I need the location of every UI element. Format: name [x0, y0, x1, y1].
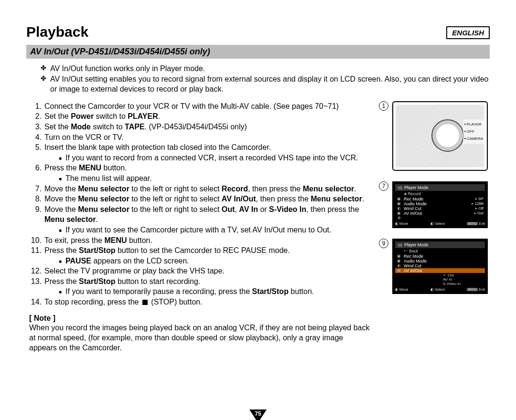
select-icon: ◐	[430, 287, 434, 292]
menu-item-label: Wind Cut	[404, 263, 484, 268]
square-bullet-icon: ■	[59, 258, 62, 269]
step-text: Press the Start/Stop button to start rec…	[44, 276, 370, 297]
note-heading: [ Note ]	[29, 313, 370, 324]
menu-item-value: SP	[474, 197, 484, 201]
step-num: 6.	[30, 163, 42, 183]
step-num: 14.	[30, 297, 42, 307]
step-num: 5.	[30, 142, 42, 163]
step-num: 9.	[30, 204, 42, 235]
step-num: 3.	[30, 122, 42, 132]
step-num: 10.	[30, 235, 42, 246]
menu-item-label: Audio Mode	[404, 201, 469, 206]
step-text: Press the MENU button. ■The menu list wi…	[44, 163, 370, 183]
note-body: When you record the images being played …	[29, 323, 370, 353]
figure-7: 7 📹Player Mode ►Record ▣Rec ModeSP ▣Audi…	[379, 181, 490, 228]
menu-item-value: Out	[473, 211, 484, 215]
bullet-icon: ✤	[41, 74, 46, 94]
bullet-icon: ✤	[41, 63, 46, 74]
menu-item-label: Rec Mode	[404, 254, 484, 259]
osd-footer: ◐Move ◐Select MENUExit	[395, 221, 485, 226]
menu-item-value: 12Bit	[471, 201, 484, 206]
step-text: Move the Menu selector to the left or ri…	[44, 184, 370, 194]
menu-key-icon: MENU	[467, 288, 478, 291]
step-text: Move the Menu selector to the left or ri…	[44, 204, 370, 235]
power-dial-icon	[431, 119, 464, 152]
square-bullet-icon: ■	[59, 289, 62, 299]
select-icon: ◐	[430, 221, 434, 226]
step-text: Move the Menu selector to the left or ri…	[44, 194, 370, 204]
camcorder-illustration: PLAYER OFF CAMERA	[392, 101, 488, 171]
menu-key-icon: MENU	[467, 222, 478, 225]
menu-option: AV In	[395, 277, 485, 282]
menu-item-icon: ◐	[397, 206, 401, 210]
step-text: To exit, press the MENU button.	[44, 235, 370, 246]
osd-footer: ◐Move ◐Select MENUExit	[395, 287, 485, 292]
power-switch-labels: PLAYER OFF CAMERA	[463, 119, 484, 144]
square-bullet-icon: ■	[59, 227, 62, 238]
stop-icon	[142, 300, 148, 305]
osd-title: Player Mode	[404, 185, 429, 190]
menu-item-icon: ▣	[397, 268, 401, 273]
intro-text: AV In/Out setting enables you to record …	[50, 74, 490, 94]
menu-item-value: Off	[475, 206, 484, 210]
step-text: Set the Mode switch to TAPE. (VP-D453i/D…	[44, 122, 370, 132]
step-num: 4.	[30, 132, 42, 143]
menu-item-label: Wind Cut	[404, 206, 473, 211]
intro-text: AV In/Out function works only in Player …	[50, 63, 205, 74]
step-num: 1.	[30, 101, 42, 112]
figure-number: 1	[379, 101, 388, 111]
section-subtitle: AV In/Out (VP-D451i/D453i/D454i/D455i on…	[26, 45, 490, 59]
step-text: Turn on the VCR or TV.	[44, 132, 370, 143]
step-num: 7.	[30, 184, 42, 194]
step-text: To stop recording, press the (STOP) butt…	[44, 297, 370, 307]
menu-item-label: Audio Mode	[404, 259, 484, 263]
step-num: 11.	[30, 245, 42, 266]
menu-item-icon: ◐	[397, 263, 401, 268]
figure-number: 7	[379, 181, 388, 191]
step-text: Connect the Camcorder to your VCR or TV …	[44, 101, 370, 112]
page-title: Playback	[26, 24, 490, 40]
move-icon: ◐	[395, 287, 398, 292]
step-num: 12.	[30, 266, 42, 276]
step-text: Insert the blank tape with protection ta…	[44, 142, 370, 163]
osd-menu: 📹Player Mode ►Record ▣Rec ModeSP ▣Audio …	[392, 181, 488, 228]
figure-9: 9 📹Player Mode ⭠ Back ▣Rec Mode ▣Audio M…	[379, 239, 490, 294]
osd-menu: 📹Player Mode ⭠ Back ▣Rec Mode ▣Audio Mod…	[392, 239, 488, 294]
square-bullet-icon: ■	[59, 155, 62, 166]
osd-title: Player Mode	[404, 242, 429, 247]
menu-option-selected: Out	[395, 273, 485, 277]
steps-list: 1.Connect the Camcorder to your VCR or T…	[30, 101, 370, 307]
step-num: 13.	[30, 276, 42, 297]
menu-item-label: AV In/Out	[404, 211, 471, 216]
step-text: Select the TV programme or play back the…	[44, 266, 370, 276]
figure-number: 9	[379, 239, 388, 248]
language-tag: ENGLISH	[446, 26, 490, 39]
menu-item-icon: ▣	[397, 254, 401, 258]
menu-item-icon: ▣	[397, 211, 401, 215]
menu-item-icon: ✿	[397, 216, 401, 220]
menu-option: S-Video In	[395, 282, 485, 286]
osd-breadcrumb: ►Record	[395, 191, 485, 197]
menu-item-label: Rec Mode	[404, 197, 472, 201]
step-text: Set the Power switch to PLAYER.	[44, 111, 370, 122]
step-num: 2.	[30, 111, 42, 122]
figure-1: 1 PLAYER OFF CAMERA	[379, 101, 490, 171]
menu-item-icon: ▣	[397, 259, 401, 263]
camera-icon: 📹	[397, 185, 402, 190]
intro-list: ✤AV In/Out function works only in Player…	[41, 63, 490, 94]
step-num: 8.	[30, 194, 42, 204]
menu-item-icon: ▣	[397, 201, 401, 206]
step-text: Press the Start/Stop button to set the C…	[44, 245, 370, 266]
page-number: 75	[253, 410, 263, 417]
menu-item-icon: ▣	[397, 197, 401, 201]
square-bullet-icon: ■	[59, 176, 62, 186]
osd-breadcrumb: ⭠ Back	[395, 249, 485, 254]
move-icon: ◐	[395, 221, 398, 226]
menu-item-highlighted: AV In/Out	[404, 268, 484, 273]
camera-icon: 📹	[397, 242, 402, 247]
